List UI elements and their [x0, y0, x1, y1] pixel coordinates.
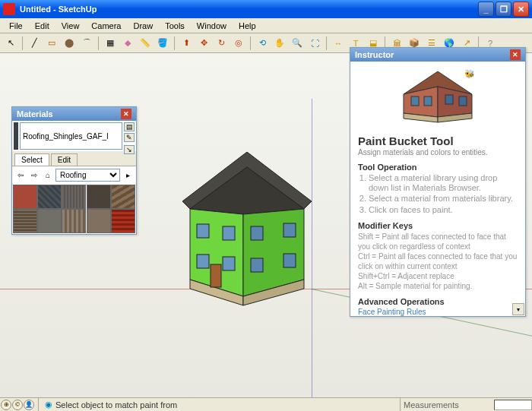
svg-rect-6	[197, 224, 209, 238]
menu-window[interactable]: Window	[191, 20, 233, 32]
measurements-input[interactable]	[494, 400, 532, 410]
status-credits-icon[interactable]: ©	[12, 400, 23, 410]
menu-view[interactable]: View	[55, 20, 86, 32]
arc-tool-icon[interactable]: ⌒	[79, 36, 94, 51]
materials-home-icon[interactable]: ⌂	[42, 169, 54, 182]
component-tool-icon[interactable]: ▦	[103, 36, 118, 51]
materials-close-button[interactable]: ✕	[121, 109, 131, 119]
material-thumb[interactable]	[87, 185, 111, 209]
eraser-tool-icon[interactable]: ◆	[120, 36, 135, 51]
status-user-icon[interactable]: 👤	[24, 400, 34, 410]
svg-rect-10	[251, 226, 263, 240]
scroll-down-icon[interactable]: ▾	[512, 303, 524, 315]
svg-rect-9	[223, 257, 235, 270]
svg-rect-21	[459, 96, 467, 106]
instructor-link-face-painting[interactable]: Face Painting Rules	[358, 308, 518, 316]
instructor-heading: Paint Bucket Tool	[358, 134, 518, 147]
maximize-button[interactable]: ❐	[496, 2, 511, 17]
instructor-section-modifiers: Modifier Keys	[358, 221, 518, 230]
status-hint-icon: ◉	[45, 400, 52, 409]
status-hint-text: Select object to match paint from	[55, 400, 177, 409]
materials-details-icon[interactable]: ▸	[122, 169, 134, 182]
paint-bucket-icon[interactable]: 🪣	[155, 36, 170, 51]
material-display-icon[interactable]: ▤	[124, 122, 135, 131]
materials-panel[interactable]: Materials ✕ ▤ ✎ ↘ Select Edit ⇦ ⇨ ⌂ Roof…	[11, 106, 137, 235]
menu-tools[interactable]: Tools	[159, 20, 191, 32]
svg-rect-18	[411, 96, 419, 106]
svg-rect-12	[251, 258, 263, 272]
app-icon	[3, 3, 15, 15]
material-create-icon[interactable]: ✎	[124, 133, 135, 142]
svg-rect-7	[223, 226, 235, 240]
rectangle-tool-icon[interactable]: ▭	[44, 36, 59, 51]
material-thumb[interactable]	[62, 185, 86, 209]
svg-rect-19	[424, 96, 432, 106]
dimension-tool-icon[interactable]: ↔	[331, 36, 346, 51]
svg-rect-8	[197, 255, 209, 268]
material-thumb[interactable]	[111, 185, 135, 209]
status-geo-icon[interactable]: ⊕	[1, 400, 11, 410]
material-thumb[interactable]	[13, 185, 37, 209]
instructor-subtitle: Assign materials and colors to entities.	[358, 148, 518, 156]
instructor-section-operation: Tool Operation	[358, 163, 518, 172]
menu-bar: File Edit View Camera Draw Tools Window …	[0, 18, 532, 33]
minimize-button[interactable]: _	[478, 2, 494, 17]
move-tool-icon[interactable]: ✥	[196, 36, 211, 51]
material-thumb[interactable]	[37, 209, 62, 233]
window-titlebar: Untitled - SketchUp _ ❐ ✕	[0, 0, 532, 18]
materials-forward-icon[interactable]: ⇨	[28, 169, 40, 182]
material-thumb[interactable]	[111, 209, 135, 233]
menu-file[interactable]: File	[3, 20, 29, 32]
close-button[interactable]: ✕	[513, 2, 529, 17]
offset-tool-icon[interactable]: ◎	[231, 36, 246, 51]
push-pull-icon[interactable]: ⬆	[179, 36, 194, 51]
material-thumb[interactable]	[37, 185, 62, 209]
instructor-panel-titlebar[interactable]: Instructor ✕	[350, 48, 525, 62]
orbit-tool-icon[interactable]: ⟲	[255, 36, 270, 51]
material-dropper-icon[interactable]: ↘	[124, 145, 135, 154]
instructor-body: 🐝 Paint Bucket Tool Assign materials and…	[350, 62, 525, 316]
materials-panel-titlebar[interactable]: Materials ✕	[12, 107, 136, 121]
material-thumb[interactable]	[87, 209, 111, 233]
menu-draw[interactable]: Draw	[127, 20, 159, 32]
instructor-illustration: 🐝	[392, 68, 483, 128]
instructor-panel[interactable]: Instructor ✕ 🐝 Paint Bucket Tool Assign …	[350, 47, 526, 317]
materials-grid	[12, 184, 136, 234]
material-preview-swatch	[14, 122, 18, 150]
line-tool-icon[interactable]: ╱	[27, 36, 42, 51]
svg-rect-20	[445, 95, 453, 104]
instructor-section-advanced: Advanced Operations	[358, 297, 518, 306]
status-bar: ⊕ © 👤 ◉ Select object to match paint fro…	[0, 397, 532, 411]
instructor-steps: Select a material library using drop dow…	[369, 173, 518, 215]
select-tool-icon[interactable]: ↖	[3, 36, 18, 51]
materials-panel-title: Materials	[17, 109, 121, 119]
menu-help[interactable]: Help	[233, 20, 262, 32]
instructor-close-button[interactable]: ✕	[510, 49, 521, 60]
material-thumb[interactable]	[62, 209, 86, 233]
svg-rect-11	[283, 223, 296, 237]
window-title: Untitled - SketchUp	[20, 5, 478, 14]
menu-edit[interactable]: Edit	[29, 20, 55, 32]
materials-tab-select[interactable]: Select	[14, 153, 49, 166]
house-model[interactable]	[171, 152, 323, 319]
materials-library-dropdown[interactable]: Roofing	[55, 169, 120, 182]
tape-measure-icon[interactable]: 📏	[138, 36, 153, 51]
zoom-tool-icon[interactable]: 🔍	[290, 36, 305, 51]
material-name-input[interactable]	[20, 122, 122, 150]
materials-tab-edit[interactable]: Edit	[51, 153, 78, 166]
instructor-panel-title: Instructor	[355, 50, 510, 59]
svg-text:🐝: 🐝	[464, 68, 475, 79]
menu-camera[interactable]: Camera	[85, 20, 127, 32]
zoom-extents-icon[interactable]: ⛶	[307, 36, 322, 51]
rotate-tool-icon[interactable]: ↻	[214, 36, 229, 51]
svg-rect-13	[283, 254, 296, 267]
pan-tool-icon[interactable]: ✋	[272, 36, 287, 51]
material-thumb[interactable]	[13, 209, 37, 233]
measurements-label: Measurements	[404, 400, 459, 409]
svg-rect-14	[211, 264, 221, 287]
circle-tool-icon[interactable]: ⬤	[62, 36, 77, 51]
materials-back-icon[interactable]: ⇦	[14, 169, 27, 182]
